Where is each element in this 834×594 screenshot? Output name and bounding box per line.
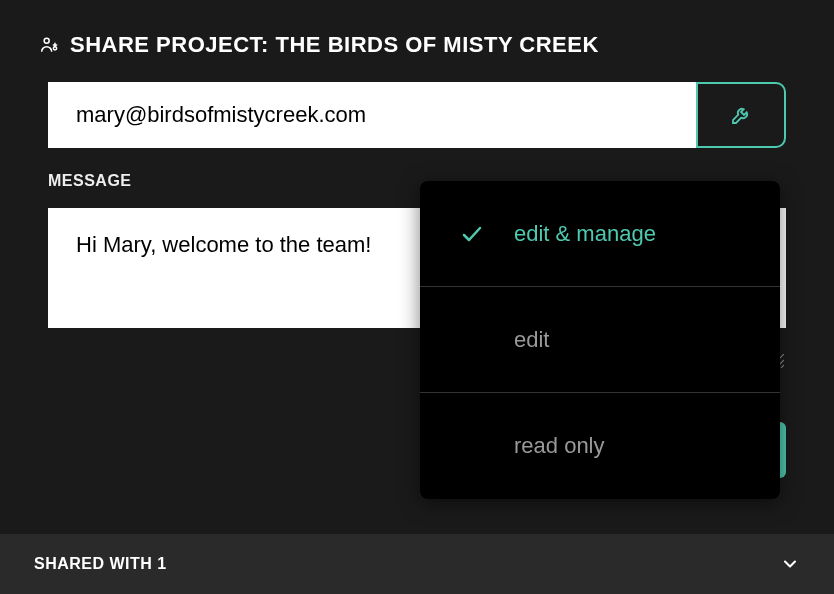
- chevron-down-icon: [780, 554, 800, 574]
- permission-option-label: read only: [514, 433, 740, 459]
- svg-point-0: [44, 38, 49, 43]
- permission-option-edit[interactable]: edit: [420, 287, 780, 393]
- permission-option-label: edit & manage: [514, 221, 740, 247]
- share-icon: [40, 35, 60, 55]
- wrench-icon: [729, 103, 753, 127]
- email-input[interactable]: [48, 82, 696, 148]
- permission-option-label: edit: [514, 327, 740, 353]
- check-icon: [460, 222, 496, 246]
- permission-option-edit-manage[interactable]: edit & manage: [420, 181, 780, 287]
- shared-with-label: SHARED WITH 1: [34, 555, 167, 573]
- shared-with-footer[interactable]: SHARED WITH 1: [0, 534, 834, 594]
- permission-dropdown-button[interactable]: [696, 82, 786, 148]
- email-row: [48, 82, 786, 148]
- permission-option-read-only[interactable]: read only: [420, 393, 780, 499]
- dialog-title: SHARE PROJECT: THE BIRDS OF MISTY CREEK: [70, 32, 599, 58]
- dialog-header: SHARE PROJECT: THE BIRDS OF MISTY CREEK: [0, 0, 834, 82]
- permission-dropdown-menu: edit & manage edit read only: [420, 181, 780, 499]
